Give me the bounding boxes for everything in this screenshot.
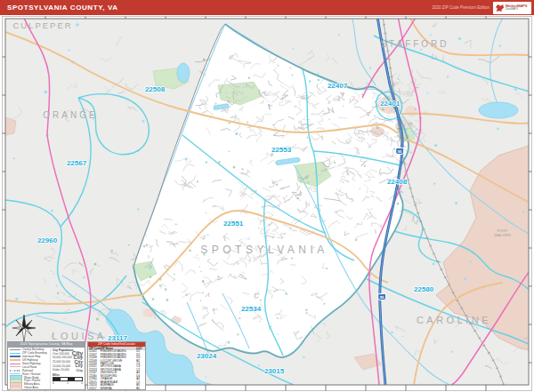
header-edition: 2020 ZIP Code Premium Edition xyxy=(433,0,490,15)
legend-city-item: Under 10,000City xyxy=(53,368,83,372)
rail-swatch xyxy=(10,370,20,372)
legend-item: Urban Area xyxy=(10,386,50,389)
map-page: CULPEPERORANGESTAFFORDSPOTSYLVANIACAROLI… xyxy=(0,0,534,392)
map-graphics xyxy=(0,0,534,392)
legend-items: County BoundaryZIP Code BoundaryIntersta… xyxy=(10,348,50,390)
ushwy-swatch xyxy=(10,359,20,361)
header-title: SPOTSYLVANIA COUNTY, VA xyxy=(7,0,118,15)
local-swatch xyxy=(10,366,20,367)
zip-swatch xyxy=(10,353,20,354)
urban-swatch xyxy=(10,386,22,390)
logo-map-icon xyxy=(495,4,505,12)
legend-city-section: City Population Over 100,000City50,000-1… xyxy=(50,348,83,390)
zip-table-row: 23117MINERALB5 xyxy=(88,388,145,390)
scale-label: Miles xyxy=(53,373,60,377)
scale-tick: 2 xyxy=(67,381,69,385)
compass-rose xyxy=(10,313,38,343)
zip-index-table: ZIP Code Index/Grid Locator ZIP CodeZIP … xyxy=(87,341,146,390)
county-swatch xyxy=(10,349,20,350)
logo-subtext: DataMAPS xyxy=(506,8,527,11)
scale-tick: 4 xyxy=(81,381,83,385)
scale-bar: Miles 024 xyxy=(53,373,83,385)
scale-tick: 0 xyxy=(53,381,54,385)
brand-logo: MarketMAPS DataMAPS xyxy=(493,2,531,14)
header-bar: SPOTSYLVANIA COUNTY, VA 2020 ZIP Code Pr… xyxy=(0,0,534,15)
interstate-swatch xyxy=(10,356,20,357)
legend-item-label: Urban Area xyxy=(24,386,38,389)
statehwy-swatch xyxy=(10,364,20,364)
legend-box: 2020 Spotsylvania County, VA Map County … xyxy=(7,341,85,390)
